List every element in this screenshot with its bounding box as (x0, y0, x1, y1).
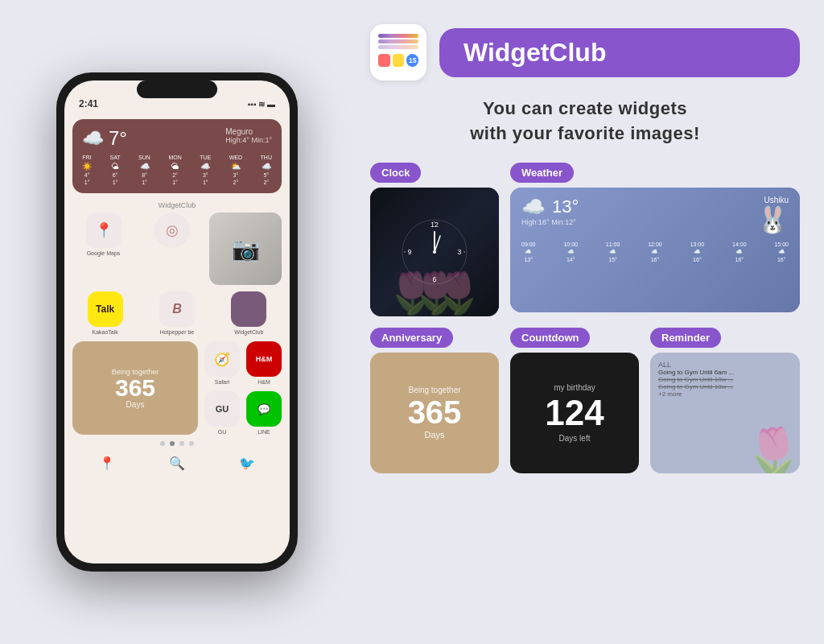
tulip-decoration: 🌷 (744, 424, 800, 473)
nav-icon-3: 🐦 (239, 456, 255, 471)
app-kakao[interactable]: Talk KakaoTalk (72, 291, 138, 335)
dot-3 (179, 441, 184, 446)
phone-mockup-section: 2:41 ▪▪▪ ≋ ▬ ☁️ 7° Meguro High:4° (0, 0, 354, 644)
right-content-panel: 15 WidgetClub You can create widgets wit… (354, 0, 824, 644)
weather-preview-temp: 13° (552, 196, 579, 217)
safari-icon: 🧭 (204, 341, 240, 377)
phone-cloud-icon: ☁️ (82, 128, 104, 149)
logo-icon-red (378, 54, 390, 67)
svg-point-9 (464, 251, 465, 253)
logo-icons: 15 (378, 54, 418, 67)
dot-4 (189, 441, 194, 446)
svg-point-8 (434, 221, 435, 223)
clock-preview: 🌷 🌷 🌷 12 3 6 9 (370, 188, 499, 316)
app-logo-wrapper: 15 (370, 24, 426, 80)
svg-point-10 (434, 281, 435, 283)
phone-app-row-2: Talk KakaoTalk B Hotpepper be WidgetClub (72, 291, 282, 335)
phone-time: 2:41 (79, 90, 98, 109)
countdown-label: Countdown (510, 328, 590, 348)
weather-label: Weather (510, 163, 574, 183)
bunny-decoration: 🐰 (756, 205, 789, 234)
app-hotpepper[interactable]: B Hotpepper be (144, 291, 209, 335)
app-logo-container: 15 (370, 24, 426, 80)
forecast-fri: FRI ☀️ 4° 1° (82, 155, 92, 185)
widgets-bottom-row: Anniversary Being together 365 Days Coun… (370, 328, 800, 473)
brand-name: WidgetClub (464, 38, 606, 67)
logo-badge-15: 15 (406, 54, 418, 67)
app-header: 15 WidgetClub (370, 24, 800, 80)
hotpepper-icon: B (159, 291, 195, 327)
being-together-phone-widget: Being together 365 Days (72, 341, 198, 435)
gu-icon: GU (204, 391, 240, 427)
app-hm[interactable]: H&M H&M (246, 341, 282, 385)
reminder-label: Reminder (650, 328, 721, 348)
svg-line-6 (435, 236, 440, 252)
logo-stripe-3 (378, 45, 418, 49)
brand-pill: WidgetClub (439, 28, 800, 77)
target-icon: ◎ (154, 213, 190, 248)
widgets-top-row: Clock 🌷 🌷 🌷 12 3 6 9 (370, 163, 800, 316)
app-gu[interactable]: GU GU (204, 391, 240, 435)
app-widgetclub-phone[interactable]: WidgetClub (216, 291, 282, 335)
app-tagline: You can create widgets with your favorit… (370, 97, 800, 147)
phone-widget-club-label: WidgetClub (72, 201, 282, 209)
phone-screen: 2:41 ▪▪▪ ≋ ▬ ☁️ 7° Meguro High:4° (64, 80, 290, 564)
kakao-icon: Talk (88, 291, 123, 327)
logo-stripe-2 (378, 39, 418, 43)
app-line[interactable]: 💬 LINE (246, 391, 282, 435)
logo-content: 15 (375, 29, 422, 76)
app-maps[interactable]: 📍 Google Maps (72, 213, 134, 285)
clock-svg: 12 3 6 9 (398, 216, 471, 288)
phone-right-icons: 🧭 Safari H&M H&M GU GU (204, 341, 282, 435)
weather-location-text: Ushiku (756, 196, 789, 204)
weather-preview-top: ☁️ 13° High:16° Min:12° Ushiku 🐰 (521, 196, 789, 235)
anniversary-preview: Being together 365 Days (370, 353, 499, 473)
countdown-preview: my birthday 124 Days left (510, 353, 639, 473)
phone-app-row-1: 📍 Google Maps ◎ 📷 (72, 213, 282, 285)
dot-1 (160, 441, 165, 446)
page-dots (72, 441, 282, 446)
clock-label: Clock (370, 163, 421, 183)
maps-icon: 📍 (86, 213, 122, 248)
svg-point-11 (404, 251, 406, 253)
weather-section: Weather ☁️ 13° High:16° Min:12° (510, 163, 800, 316)
logo-stripe (378, 34, 418, 38)
anniversary-label: Anniversary (370, 328, 453, 348)
weather-cloud-icon: ☁️ (521, 196, 546, 218)
svg-text:3: 3 (457, 248, 461, 256)
reminder-preview: 🌷 ALL Going to Gym Until 6am ... Going t… (650, 353, 800, 473)
nav-icon-1: 📍 (99, 456, 115, 471)
anniversary-section: Anniversary Being together 365 Days (370, 328, 499, 473)
phone-home-screen: ☁️ 7° Meguro High:4° Min:1° (64, 80, 290, 564)
phone-forecast: FRI ☀️ 4° 1° SAT 🌤 6° 1° SUN (82, 155, 272, 185)
weather-hourly: 09:00 ☁️ 13° 10:00 ☁️ 14° 11:00 ☁️ 1 (521, 242, 789, 266)
widgetclub-phone-icon (231, 291, 266, 327)
status-icons: ▪▪▪ ≋ ▬ (248, 92, 275, 109)
phone-notch (137, 80, 217, 98)
countdown-section: Countdown my birthday 124 Days left (510, 328, 639, 473)
hm-icon: H&M (246, 341, 282, 377)
logo-icon-yellow (393, 54, 405, 67)
app-safari[interactable]: 🧭 Safari (204, 341, 240, 385)
phone-third-row: Being together 365 Days 🧭 Safari H&M (72, 341, 282, 435)
svg-text:9: 9 (407, 248, 411, 256)
dot-2 (170, 441, 175, 446)
weather-preview: ☁️ 13° High:16° Min:12° Ushiku 🐰 (510, 188, 800, 312)
phone-bottom-nav: 📍 🔍 🐦 (72, 452, 282, 474)
line-icon: 💬 (246, 391, 282, 427)
phone-weather-widget: ☁️ 7° Meguro High:4° Min:1° (72, 119, 282, 193)
phone-frame: 2:41 ▪▪▪ ≋ ▬ ☁️ 7° Meguro High:4° (56, 72, 298, 572)
nav-icon-2: 🔍 (169, 456, 185, 471)
photo-widget: 📷 (209, 213, 282, 285)
app-spacer: ◎ (141, 213, 203, 285)
clock-section: Clock 🌷 🌷 🌷 12 3 6 9 (370, 163, 499, 316)
reminder-section: Reminder 🌷 ALL Going to Gym Until 6am ..… (650, 328, 800, 473)
svg-point-7 (433, 250, 436, 254)
